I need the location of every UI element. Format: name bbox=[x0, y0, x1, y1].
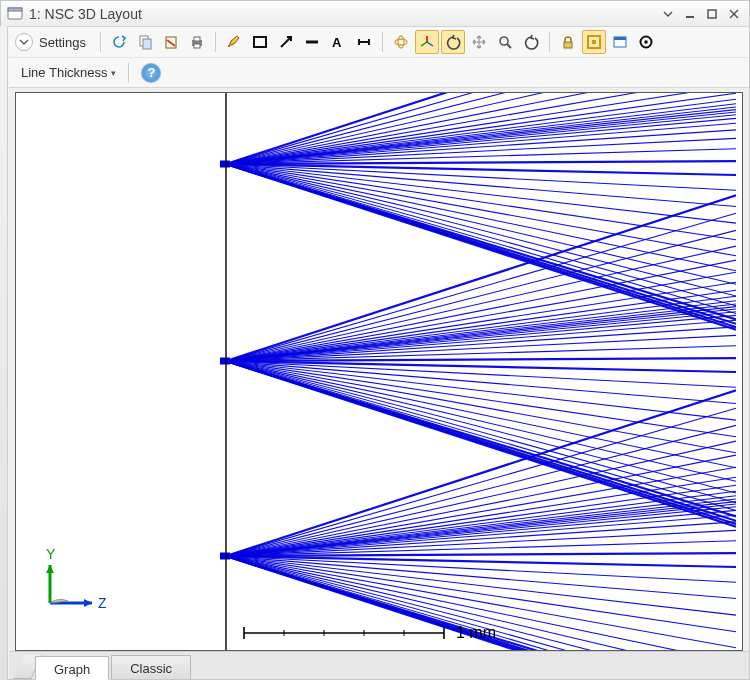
svg-line-99 bbox=[226, 361, 736, 481]
svg-line-86 bbox=[226, 315, 736, 361]
viewport[interactable]: Y Z 1 mm bbox=[15, 92, 743, 651]
svg-line-122 bbox=[226, 510, 736, 556]
title-bar: 1: NSC 3D Layout bbox=[1, 1, 749, 27]
svg-line-87 bbox=[226, 320, 736, 361]
separator bbox=[382, 32, 383, 52]
arrow-icon[interactable] bbox=[274, 30, 298, 54]
svg-line-63 bbox=[226, 164, 736, 284]
scale-label: 1 mm bbox=[456, 624, 496, 641]
rectangle-icon[interactable] bbox=[248, 30, 272, 54]
svg-point-21 bbox=[398, 36, 404, 48]
separator bbox=[128, 63, 129, 83]
svg-line-114 bbox=[226, 477, 736, 556]
undo-rotate-icon[interactable] bbox=[441, 30, 465, 54]
axes3d-icon[interactable] bbox=[415, 30, 439, 54]
window-title: 1: NSC 3D Layout bbox=[29, 6, 655, 22]
left-gutter bbox=[0, 26, 8, 680]
svg-line-76 bbox=[226, 260, 736, 361]
svg-text:A: A bbox=[332, 35, 342, 50]
axis-y-label: Y bbox=[46, 546, 56, 562]
svg-line-112 bbox=[226, 455, 736, 556]
tab-classic[interactable]: Classic bbox=[111, 655, 191, 679]
separator bbox=[100, 32, 101, 52]
toolbar-row-1: Settings A bbox=[9, 27, 749, 57]
separator bbox=[549, 32, 550, 52]
text-icon[interactable]: A bbox=[326, 30, 350, 54]
fit-icon[interactable] bbox=[582, 30, 606, 54]
window-icon[interactable] bbox=[608, 30, 632, 54]
svg-line-28 bbox=[507, 44, 511, 48]
tab-strip: Graph Classic bbox=[9, 651, 749, 679]
reset-icon[interactable] bbox=[634, 30, 658, 54]
toolbars: Settings A bbox=[9, 27, 749, 88]
svg-line-80 bbox=[226, 296, 736, 361]
separator bbox=[215, 32, 216, 52]
svg-line-96 bbox=[226, 361, 736, 437]
zoom-icon[interactable] bbox=[493, 30, 517, 54]
svg-line-132 bbox=[226, 556, 736, 632]
svg-line-24 bbox=[421, 42, 427, 46]
tab-classic-label: Classic bbox=[130, 661, 172, 676]
line-icon[interactable] bbox=[300, 30, 324, 54]
svg-line-62 bbox=[226, 164, 736, 271]
tab-graph[interactable]: Graph bbox=[35, 656, 109, 680]
svg-line-51 bbox=[226, 123, 736, 164]
dropdown-button[interactable] bbox=[659, 6, 677, 22]
svg-line-64 bbox=[226, 164, 736, 296]
help-button[interactable]: ? bbox=[141, 63, 161, 83]
svg-line-70 bbox=[226, 164, 736, 330]
window-app-icon bbox=[7, 6, 23, 22]
axis-triad: Y Z bbox=[46, 546, 107, 611]
svg-line-116 bbox=[226, 491, 736, 556]
export-icon[interactable] bbox=[159, 30, 183, 54]
svg-point-20 bbox=[395, 39, 407, 45]
svg-line-43 bbox=[226, 93, 736, 164]
toolbar-row-2: Line Thickness ▾ ? bbox=[9, 57, 749, 87]
svg-line-115 bbox=[226, 485, 736, 556]
tab-graph-label: Graph bbox=[54, 662, 90, 677]
svg-line-60 bbox=[226, 164, 736, 240]
svg-rect-1 bbox=[8, 8, 22, 11]
settings-label[interactable]: Settings bbox=[39, 35, 86, 50]
print-icon[interactable] bbox=[185, 30, 209, 54]
pan-icon[interactable] bbox=[467, 30, 491, 54]
line-thickness-label: Line Thickness bbox=[21, 65, 107, 80]
minimize-button[interactable] bbox=[681, 6, 699, 22]
svg-point-35 bbox=[644, 40, 648, 44]
svg-line-123 bbox=[226, 515, 736, 556]
close-button[interactable] bbox=[725, 6, 743, 22]
settings-expander[interactable] bbox=[15, 33, 33, 51]
copy-icon[interactable] bbox=[133, 30, 157, 54]
svg-rect-33 bbox=[614, 37, 626, 40]
svg-line-50 bbox=[226, 118, 736, 164]
axis-z-label: Z bbox=[98, 595, 107, 611]
pencil-icon[interactable] bbox=[222, 30, 246, 54]
line-thickness-dropdown[interactable]: Line Thickness ▾ bbox=[15, 61, 122, 85]
svg-line-106 bbox=[226, 361, 736, 527]
lock-icon[interactable] bbox=[556, 30, 580, 54]
svg-rect-11 bbox=[194, 37, 200, 41]
viewport-container: Y Z 1 mm bbox=[9, 88, 749, 651]
svg-rect-3 bbox=[708, 10, 716, 18]
scale-bar: 1 mm bbox=[244, 624, 496, 641]
svg-rect-29 bbox=[564, 42, 572, 48]
svg-line-79 bbox=[226, 290, 736, 361]
measure-icon[interactable] bbox=[352, 30, 376, 54]
ray-trace-canvas: Y Z 1 mm bbox=[16, 93, 736, 651]
svg-rect-12 bbox=[194, 44, 200, 48]
undo-zoom-icon[interactable] bbox=[519, 30, 543, 54]
svg-rect-31 bbox=[592, 40, 596, 44]
maximize-button[interactable] bbox=[703, 6, 721, 22]
svg-line-14 bbox=[281, 38, 290, 47]
chevron-down-icon: ▾ bbox=[111, 68, 116, 78]
svg-line-44 bbox=[226, 99, 736, 164]
svg-line-23 bbox=[427, 42, 433, 46]
svg-rect-7 bbox=[143, 39, 151, 49]
svg-line-78 bbox=[226, 282, 736, 361]
app-window: 1: NSC 3D Layout Settings A bbox=[0, 0, 750, 680]
refresh-icon[interactable] bbox=[107, 30, 131, 54]
svg-point-27 bbox=[500, 37, 508, 45]
svg-rect-13 bbox=[254, 37, 266, 47]
rotate3d-icon[interactable] bbox=[389, 30, 413, 54]
